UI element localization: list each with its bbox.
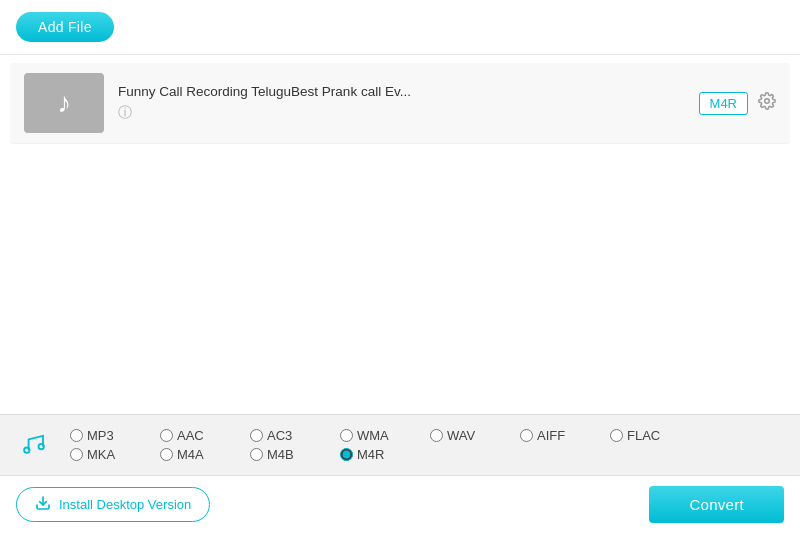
format-bar: MP3 AAC AC3 WMA WAV AIFF: [0, 414, 800, 475]
format-label-mka: MKA: [87, 447, 115, 462]
format-radio-mka[interactable]: [70, 448, 83, 461]
format-option-m4a[interactable]: M4A: [160, 447, 250, 462]
svg-point-2: [39, 444, 44, 449]
format-radio-wav[interactable]: [430, 429, 443, 442]
file-list: ♪ Funny Call Recording TeluguBest Prank …: [0, 55, 800, 414]
file-actions: M4R: [699, 92, 776, 115]
bottom-bar: Install Desktop Version Convert: [0, 475, 800, 533]
file-item: ♪ Funny Call Recording TeluguBest Prank …: [10, 63, 790, 144]
format-radio-aiff[interactable]: [520, 429, 533, 442]
format-option-aiff[interactable]: AIFF: [520, 428, 610, 443]
format-label-m4b: M4B: [267, 447, 294, 462]
format-radio-m4r[interactable]: [340, 448, 353, 461]
format-option-m4b[interactable]: M4B: [250, 447, 340, 462]
install-label: Install Desktop Version: [59, 497, 191, 512]
format-label-wav: WAV: [447, 428, 475, 443]
file-name: Funny Call Recording TeluguBest Prank ca…: [118, 84, 699, 99]
format-option-ac3[interactable]: AC3: [250, 428, 340, 443]
format-row-2: MKA M4A M4B M4R: [70, 447, 784, 462]
format-label-aac: AAC: [177, 428, 204, 443]
format-icon-area: [16, 425, 52, 465]
svg-point-1: [24, 448, 29, 453]
format-label-wma: WMA: [357, 428, 389, 443]
format-radio-ac3[interactable]: [250, 429, 263, 442]
format-radio-wma[interactable]: [340, 429, 353, 442]
format-option-wma[interactable]: WMA: [340, 428, 430, 443]
format-radio-aac[interactable]: [160, 429, 173, 442]
format-label-m4r: M4R: [357, 447, 384, 462]
svg-point-0: [765, 98, 770, 103]
music-note-icon: ♪: [57, 87, 71, 119]
format-label-mp3: MP3: [87, 428, 114, 443]
add-file-button[interactable]: Add File: [16, 12, 114, 42]
format-option-mka[interactable]: MKA: [70, 447, 160, 462]
format-radio-m4b[interactable]: [250, 448, 263, 461]
convert-button[interactable]: Convert: [649, 486, 784, 523]
format-badge[interactable]: M4R: [699, 92, 748, 115]
format-label-m4a: M4A: [177, 447, 204, 462]
format-radio-m4a[interactable]: [160, 448, 173, 461]
audio-format-icon: [16, 425, 52, 461]
format-label-flac: FLAC: [627, 428, 660, 443]
format-label-aiff: AIFF: [537, 428, 565, 443]
format-option-flac[interactable]: FLAC: [610, 428, 700, 443]
format-radio-flac[interactable]: [610, 429, 623, 442]
file-info: Funny Call Recording TeluguBest Prank ca…: [118, 84, 699, 122]
header: Add File: [0, 0, 800, 55]
file-thumbnail: ♪: [24, 73, 104, 133]
info-icon[interactable]: ⓘ: [118, 104, 132, 120]
format-option-wav[interactable]: WAV: [430, 428, 520, 443]
format-option-m4r[interactable]: M4R: [340, 447, 430, 462]
format-options: MP3 AAC AC3 WMA WAV AIFF: [70, 428, 784, 462]
format-option-aac[interactable]: AAC: [160, 428, 250, 443]
format-option-mp3[interactable]: MP3: [70, 428, 160, 443]
settings-icon[interactable]: [758, 92, 776, 115]
format-row-1: MP3 AAC AC3 WMA WAV AIFF: [70, 428, 784, 443]
install-desktop-button[interactable]: Install Desktop Version: [16, 487, 210, 522]
format-radio-mp3[interactable]: [70, 429, 83, 442]
download-icon: [35, 495, 51, 514]
format-label-ac3: AC3: [267, 428, 292, 443]
